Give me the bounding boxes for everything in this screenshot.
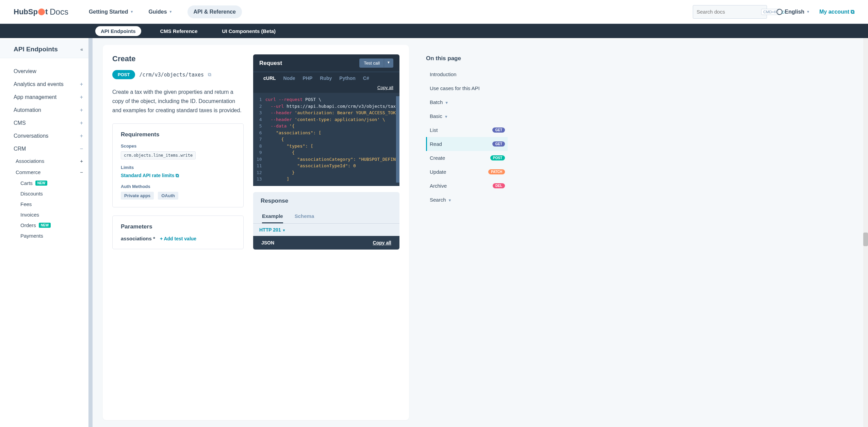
page-scrollbar[interactable] [863,38,868,427]
toc-list[interactable]: ListGET [426,123,508,137]
response-json-header: JSON Copy all [253,236,399,250]
sidebar-item-automation[interactable]: Automation+ [0,104,88,117]
auth-chips: Private apps OAuth [121,192,235,200]
response-title: Response [253,192,399,210]
sidebar-item-fees[interactable]: Fees [0,199,88,209]
code-lines[interactable]: curl --request POST \ --url https://api.… [265,96,396,183]
subnav-api-endpoints[interactable]: API Endpoints [95,26,141,36]
request-box: Request Test call ▼ cURL Node PHP Ruby P… [253,54,399,186]
toc-search[interactable]: Search▼ [426,193,508,207]
method-badge: POST [112,70,135,79]
sidebar-item-cms[interactable]: CMS+ [0,117,88,130]
sidebar-scrollbar[interactable] [88,38,93,427]
nav-getting-started[interactable]: Getting Started▼ [89,9,133,15]
toc-column: On this page Introduction Use cases for … [419,45,514,420]
code-scrollbar[interactable] [396,96,399,183]
sidebar-item-overview[interactable]: Overview [0,65,88,78]
lang-tab-node[interactable]: Node [283,75,295,84]
toc-read[interactable]: ReadGET [426,137,508,151]
response-tabs: Example Schema [253,210,399,224]
lang-tab-php[interactable]: PHP [303,75,313,84]
request-header: Request Test call ▼ [253,54,399,72]
content-right: Request Test call ▼ cURL Node PHP Ruby P… [253,54,399,411]
response-tab-schema[interactable]: Schema [295,210,314,223]
external-link-icon: ⧉ [176,173,179,178]
expand-icon: + [80,107,83,113]
toc-introduction[interactable]: Introduction [426,67,508,81]
sidebar-item-analytics[interactable]: Analytics and events+ [0,78,88,91]
collapse-icon: − [80,146,83,152]
response-tab-example[interactable]: Example [262,210,283,223]
content-column: Create POST /crm/v3/objects/taxes ⧉ Crea… [93,38,863,427]
subnav-ui-components[interactable]: UI Components (Beta) [217,26,281,36]
sprocket-icon [38,8,45,15]
copy-icon[interactable]: ⧉ [208,72,211,78]
sidebar-header: API Endpoints « [0,39,88,58]
toc-create[interactable]: CreatePOST [426,151,508,165]
response-status-dropdown[interactable]: HTTP 201 ▼ [253,224,399,236]
sidebar-item-crm[interactable]: CRM− [0,142,88,155]
response-copy-all[interactable]: Copy all [373,240,391,245]
test-call-dropdown[interactable]: ▼ [384,59,393,67]
get-badge: GET [492,127,505,133]
lang-tab-csharp[interactable]: C# [363,75,369,84]
nav-api-reference[interactable]: API & Reference [187,5,242,18]
parameters-title: Parameters [121,223,235,230]
sidebar-item-discounts[interactable]: Discounts [0,188,88,199]
auth-chip-private-apps: Private apps [121,192,154,200]
sidebar-item-app-management[interactable]: App management+ [0,91,88,104]
lang-tab-curl[interactable]: cURL [263,75,276,84]
code-block: 12345678910111213 curl --request POST \ … [253,93,399,186]
scopes-label: Scopes [121,143,235,149]
sidebar-item-commerce[interactable]: Commerce− [0,167,88,178]
sidebar-item-payments[interactable]: Payments [0,230,88,241]
sidebar-item-associations[interactable]: Associations+ [0,155,88,167]
search-box[interactable]: CMD+K ⌕ [693,5,767,19]
content-left: Create POST /crm/v3/objects/taxes ⧉ Crea… [112,54,244,411]
language-label: English [785,9,804,15]
scrollbar-thumb[interactable] [863,233,868,246]
test-call-button[interactable]: Test call [360,59,384,67]
logo-docs-text: Docs [50,7,68,17]
collapse-sidebar-icon[interactable]: « [80,47,83,52]
toc-batch[interactable]: Batch▼ [426,95,508,109]
toc-update[interactable]: UpdatePATCH [426,165,508,179]
patch-badge: PATCH [488,169,505,174]
sub-nav: API Endpoints CMS Reference UI Component… [0,24,868,38]
param-row: associations * + Add test value [121,236,235,241]
sidebar-item-orders[interactable]: OrdersNEW [0,220,88,230]
test-call-group: Test call ▼ [359,58,393,68]
add-test-value-button[interactable]: + Add test value [160,236,196,241]
search-input[interactable] [697,9,761,15]
subnav-cms-reference[interactable]: CMS Reference [155,26,203,36]
sidebar-item-conversations[interactable]: Conversations+ [0,130,88,142]
language-selector[interactable]: English ▼ [776,9,810,15]
logo[interactable]: HubSpt Docs [14,7,68,17]
expand-icon: + [80,133,83,139]
lang-tab-ruby[interactable]: Ruby [320,75,332,84]
nav-guides[interactable]: Guides▼ [148,9,172,15]
my-account-link[interactable]: My account ⧉ [819,9,854,15]
copy-all-button[interactable]: Copy all [377,85,393,90]
endpoint-path: /crm/v3/objects/taxes [139,72,204,78]
collapse-icon: − [80,169,83,175]
post-badge: POST [490,155,505,160]
get-badge: GET [492,141,505,147]
sidebar-item-invoices[interactable]: Invoices [0,209,88,220]
json-label: JSON [261,240,274,245]
toc-basic[interactable]: Basic▼ [426,109,508,123]
sidebar-column: API Endpoints « Overview Analytics and e… [0,38,93,427]
del-badge: DEL [493,183,505,188]
top-nav: HubSpt Docs Getting Started▼ Guides▼ API… [0,0,868,24]
requirements-title: Requirements [121,131,235,138]
chevron-down-icon: ▼ [806,10,810,14]
primary-nav: Getting Started▼ Guides▼ API & Reference [89,5,242,18]
rate-limits-link[interactable]: Standard API rate limits⧉ [121,173,179,178]
logo-brand: HubSpt [14,7,48,16]
chevron-down-icon: ▼ [445,101,448,105]
toc-archive[interactable]: ArchiveDEL [426,179,508,193]
toc-use-cases[interactable]: Use cases for this API [426,81,508,95]
page-heading: Create [112,54,244,63]
lang-tab-python[interactable]: Python [339,75,355,84]
sidebar-item-carts[interactable]: CartsNEW [0,178,88,188]
